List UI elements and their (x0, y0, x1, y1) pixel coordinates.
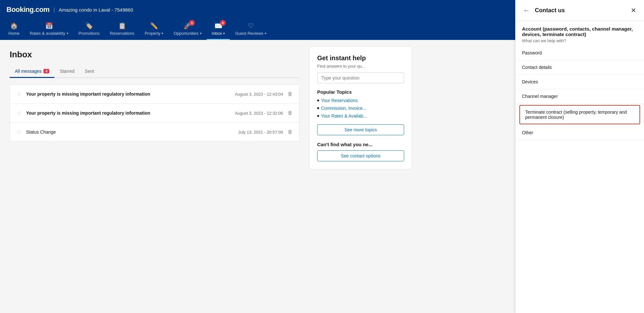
see-contact-options-button[interactable]: See contact options (317, 150, 404, 161)
tab-starred[interactable]: Starred (54, 66, 80, 78)
nav-inbox[interactable]: ✉️ 4 Inbox ▾ (207, 19, 230, 40)
inbox-badge: 4 (220, 20, 226, 26)
topic-link-rates[interactable]: Your Rates & Availab... (321, 113, 367, 119)
nav-rates-label: Rates & availability ▾ (30, 31, 68, 36)
contact-panel-title: Contact us (535, 7, 630, 14)
tab-sent[interactable]: Sent (80, 66, 99, 78)
message-subject: Your property is missing important regul… (26, 91, 235, 97)
message-date: August 3, 2023 - 12:43:04 (235, 92, 283, 97)
popular-topics-title: Popular Topics (317, 89, 404, 95)
instant-help-subtitle: Find answers to your qu... (317, 64, 404, 69)
rocket-icon: 🚀 6 (184, 22, 192, 30)
topic-link-commission[interactable]: Commission, Invoice... (321, 106, 366, 111)
tab-all-messages[interactable]: All messages 4 (10, 66, 54, 78)
delete-icon[interactable]: 🗑 (288, 110, 293, 116)
message-item[interactable]: ☆ Your property is missing important reg… (10, 85, 299, 104)
heart-icon: ♡ (248, 22, 254, 30)
nav-inbox-label: Inbox ▾ (212, 31, 225, 36)
instant-help-title: Get instant help (317, 54, 404, 62)
topic-item: Your Rates & Availab... (317, 113, 404, 119)
star-icon[interactable]: ☆ (16, 90, 22, 98)
nav-rates[interactable]: 📅 Rates & availability ▾ (25, 19, 73, 40)
contact-item-terminate-contract[interactable]: Terminate contract (selling property, te… (519, 105, 640, 124)
message-list: ☆ Your property is missing important reg… (10, 84, 299, 142)
question-input[interactable] (317, 72, 404, 83)
see-more-topics-button[interactable]: See more topics (317, 124, 404, 135)
calendar-icon: 📅 (45, 22, 53, 30)
nav-guest-reviews[interactable]: ♡ Guest Reviews ▾ (230, 19, 271, 40)
star-icon[interactable]: ☆ (16, 109, 22, 117)
bullet-icon (317, 107, 319, 109)
topic-link-reservations[interactable]: Your Reservations (321, 98, 358, 103)
nav-guest-reviews-label: Guest Reviews ▾ (235, 31, 266, 36)
contact-item-other[interactable]: Other (516, 126, 644, 140)
logo: Booking.com (6, 5, 50, 14)
nav-home[interactable]: 🏠 Home (3, 19, 25, 40)
nav-property-label: Property ▾ (145, 31, 163, 36)
opportunities-badge: 6 (189, 20, 195, 26)
bullet-icon (317, 115, 319, 117)
chevron-down-icon: ▾ (67, 32, 68, 35)
bullet-icon (317, 100, 319, 101)
message-date: August 3, 2023 - 12:32:06 (235, 111, 283, 116)
tag-icon: 🏷️ (85, 22, 93, 30)
inbox-title: Inbox (10, 50, 299, 60)
chevron-down-icon: ▾ (265, 32, 266, 35)
main-content: Inbox All messages 4 Starred Sent ☆ Your (0, 40, 644, 313)
message-subject: Status Change (26, 129, 238, 135)
delete-icon[interactable]: 🗑 (288, 91, 293, 97)
chevron-down-icon: ▾ (223, 32, 225, 35)
clipboard-icon: 📋 (118, 22, 126, 30)
nav-promotions[interactable]: 🏷️ Promotions (73, 19, 105, 40)
inbox-tabs: All messages 4 Starred Sent (10, 66, 299, 78)
inbox-icon: ✉️ 4 (214, 22, 223, 30)
home-icon: 🏠 (10, 22, 18, 30)
nav-opportunities-label: Opportunities ▾ (174, 31, 201, 36)
instant-help-panel: Get instant help Find answers to your qu… (309, 46, 412, 169)
contact-panel-header: ← Contact us ✕ (516, 0, 644, 21)
topic-item: Commission, Invoice... (317, 106, 404, 111)
contact-item-channel-manager[interactable]: Channel manager (516, 89, 644, 104)
contact-item-devices[interactable]: Devices (516, 75, 644, 89)
property-name: Amazing condo in Laval - 7549860 (59, 7, 133, 13)
contact-panel: ← Contact us ✕ Account (password, contac… (515, 0, 644, 313)
nav-reservations[interactable]: 📋 Reservations (105, 19, 139, 40)
topic-item: Your Reservations (317, 98, 404, 103)
delete-icon[interactable]: 🗑 (288, 129, 293, 135)
header-divider: | (53, 6, 55, 13)
cant-find-text: Can't find what you ne... (317, 142, 404, 147)
nav-opportunities[interactable]: 🚀 6 Opportunities ▾ (168, 19, 206, 40)
chevron-down-icon: ▾ (200, 32, 202, 35)
message-item[interactable]: ☆ Your property is missing important reg… (10, 104, 299, 123)
close-button[interactable]: ✕ (630, 5, 638, 15)
inbox-section: Inbox All messages 4 Starred Sent ☆ Your (0, 40, 309, 313)
nav-home-label: Home (8, 31, 20, 36)
message-item[interactable]: ☆ Status Change July 13, 2021 - 20:57:00… (10, 123, 299, 141)
contact-item-contact-details[interactable]: Contact details (516, 60, 644, 75)
nav-reservations-label: Reservations (110, 31, 134, 36)
contact-item-password[interactable]: Password (516, 46, 644, 60)
message-subject: Your property is missing important regul… (26, 110, 235, 116)
back-button[interactable]: ← (522, 5, 531, 15)
message-date: July 13, 2021 - 20:57:00 (238, 130, 283, 135)
contact-section-title: Account (password, contacts, channel man… (516, 21, 644, 38)
nav-promotions-label: Promotions (79, 31, 100, 36)
star-icon[interactable]: ☆ (16, 128, 22, 136)
chevron-down-icon: ▾ (162, 32, 163, 35)
nav-property[interactable]: ✏️ Property ▾ (139, 19, 168, 40)
contact-section-subtitle: What can we help with? (516, 38, 644, 46)
all-messages-badge: 4 (43, 69, 49, 73)
pencil-icon: ✏️ (150, 22, 158, 30)
